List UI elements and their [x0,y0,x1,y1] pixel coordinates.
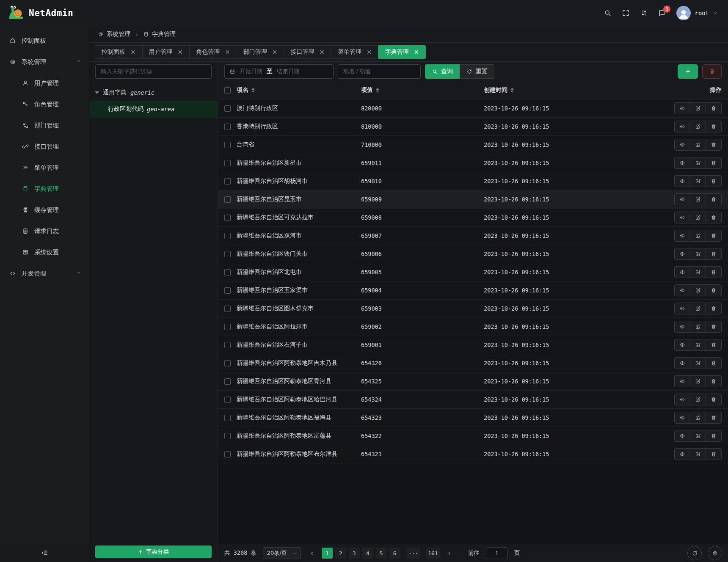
sidebar-item[interactable]: 系统管理 [0,51,89,72]
sidebar-item[interactable]: 系统设置 [0,242,89,263]
tab[interactable]: 菜单管理 × [331,45,379,59]
edit-button[interactable] [690,102,706,114]
last-page-button[interactable]: 161 [426,548,439,559]
refresh-fab-button[interactable] [687,546,702,560]
row-checkbox[interactable] [224,306,231,312]
row-checkbox[interactable] [224,287,231,294]
view-button[interactable] [674,212,690,223]
tree-node-generic[interactable]: 通用字典 generic [89,85,218,101]
tab-close-icon[interactable]: × [225,49,230,55]
edit-button[interactable] [690,394,706,405]
view-button[interactable] [674,375,690,387]
row-checkbox[interactable] [224,324,231,330]
row-checkbox[interactable] [224,415,231,421]
view-button[interactable] [674,157,690,169]
tree-caret-icon[interactable] [95,91,99,96]
view-button[interactable] [674,412,690,424]
row-checkbox[interactable] [224,451,231,457]
select-all-checkbox[interactable] [224,87,231,94]
row-checkbox[interactable] [224,397,231,403]
sort-switch-icon[interactable] [640,9,648,17]
delete-button[interactable] [706,248,722,260]
search-icon[interactable] [604,9,612,17]
edit-button[interactable] [690,230,706,242]
view-button[interactable] [674,321,690,333]
sidebar-item[interactable]: 角色管理 [0,94,89,115]
page-size-select[interactable]: 20条/页 [263,547,301,559]
delete-button[interactable] [706,357,722,369]
tree-filter-input[interactable] [95,64,212,79]
view-button[interactable] [674,121,690,132]
delete-button[interactable] [706,212,722,223]
delete-button[interactable] [706,102,722,114]
row-checkbox[interactable] [224,142,231,148]
view-button[interactable] [674,284,690,296]
delete-button[interactable] [706,303,722,314]
view-button[interactable] [674,394,690,405]
sidebar-item[interactable]: 用户管理 [0,72,89,94]
sidebar-item[interactable]: 开发管理 [0,263,89,284]
delete-button[interactable] [706,230,722,242]
delete-button[interactable] [706,157,722,169]
edit-button[interactable] [690,430,706,442]
sidebar-item[interactable]: 菜单管理 [0,157,89,178]
breadcrumb-section[interactable]: 系统管理 [98,30,130,38]
edit-button[interactable] [690,303,706,314]
tab[interactable]: 用户管理 × [142,45,190,59]
user-menu[interactable]: root [676,6,718,20]
delete-button[interactable] [706,430,722,442]
edit-button[interactable] [690,357,706,369]
page-button[interactable]: 1 [322,548,333,559]
page-button[interactable]: 2 [335,548,346,559]
sidebar-item[interactable]: 接口管理 [0,136,89,157]
view-button[interactable] [674,175,690,187]
tab[interactable]: 字典管理 × [378,45,426,59]
sidebar-item[interactable]: 请求日志 [0,220,89,242]
delete-button[interactable] [706,412,722,424]
edit-button[interactable] [690,448,706,460]
next-page-button[interactable]: › [445,549,454,557]
query-button[interactable]: 查询 [425,64,460,79]
tab[interactable]: 角色管理 × [189,45,237,59]
edit-button[interactable] [690,339,706,351]
edit-button[interactable] [690,266,706,278]
tab-close-icon[interactable]: × [178,49,183,55]
view-button[interactable] [674,448,690,460]
row-checkbox[interactable] [224,233,231,239]
edit-button[interactable] [690,157,706,169]
row-checkbox[interactable] [224,196,231,203]
keyword-input[interactable] [338,64,421,79]
view-button[interactable] [674,230,690,242]
batch-delete-button[interactable] [702,64,722,79]
page-button[interactable]: 6 [389,548,400,559]
row-checkbox[interactable] [224,251,231,257]
tab-close-icon[interactable]: × [130,49,136,55]
goto-page-input[interactable] [486,547,508,559]
add-item-button[interactable] [678,64,698,79]
row-checkbox[interactable] [224,342,231,348]
row-checkbox[interactable] [224,433,231,439]
tab[interactable]: 控制面板 × [95,45,143,59]
page-button[interactable]: 4 [362,548,373,559]
view-button[interactable] [674,139,690,151]
sort-value-icon[interactable] [376,86,379,94]
sort-created-icon[interactable] [510,86,514,94]
delete-button[interactable] [706,121,722,132]
more-pages-button[interactable]: ··· [407,548,420,559]
edit-button[interactable] [690,139,706,151]
sidebar-item[interactable]: 部门管理 [0,115,89,136]
delete-button[interactable] [706,394,722,405]
edit-button[interactable] [690,375,706,387]
row-checkbox[interactable] [224,124,231,130]
tab[interactable]: 接口管理 × [284,45,331,59]
page-button[interactable]: 3 [349,548,360,559]
edit-button[interactable] [690,175,706,187]
view-button[interactable] [674,357,690,369]
edit-button[interactable] [690,193,706,205]
tab-close-icon[interactable]: × [414,49,419,55]
reset-button[interactable]: 重置 [460,64,494,79]
delete-button[interactable] [706,139,722,151]
row-checkbox[interactable] [224,160,231,166]
delete-button[interactable] [706,448,722,460]
view-button[interactable] [674,303,690,314]
